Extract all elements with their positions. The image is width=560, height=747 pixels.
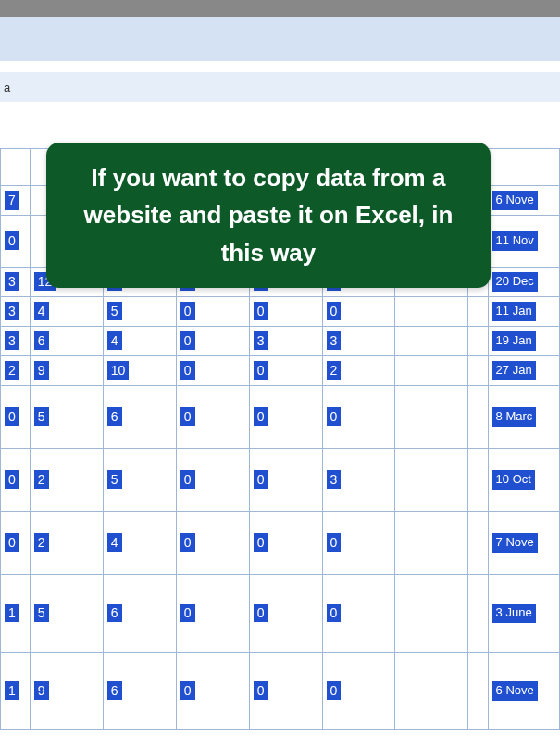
table-cell[interactable]	[395, 448, 468, 511]
table-cell[interactable]: 4	[103, 326, 176, 355]
cell-value: 1	[5, 681, 19, 700]
table-cell[interactable]	[467, 574, 488, 652]
table-cell[interactable]: 0	[249, 574, 322, 652]
table-cell[interactable]: 0	[1, 511, 31, 574]
table-cell[interactable]: 10	[103, 355, 176, 385]
table-cell[interactable]	[467, 511, 488, 574]
table-cell[interactable]: 0	[176, 511, 249, 574]
table-cell[interactable]: 3	[322, 448, 395, 511]
cell-value: 2	[327, 361, 342, 380]
table-cell[interactable]: 0	[176, 296, 249, 326]
table-cell[interactable]: 9	[30, 355, 103, 385]
table-cell[interactable]: 0	[322, 652, 395, 729]
table-cell[interactable]: 4	[30, 296, 103, 326]
date-cell[interactable]: 20 Dec	[488, 267, 559, 296]
table-cell[interactable]: 0	[176, 652, 249, 729]
cell-value: 4	[34, 302, 49, 320]
table-cell[interactable]: 3	[1, 326, 31, 355]
table-cell[interactable]	[395, 355, 468, 385]
table-cell[interactable]: 0	[176, 448, 249, 511]
cell-value: 0	[327, 407, 342, 426]
table-cell[interactable]: 0	[249, 652, 322, 729]
table-cell[interactable]	[467, 296, 488, 326]
table-cell[interactable]	[467, 326, 488, 355]
table-cell[interactable]: 9	[30, 652, 103, 729]
table-cell[interactable]	[467, 652, 488, 729]
table-cell[interactable]: 5	[30, 385, 103, 448]
table-cell[interactable]: 0	[249, 385, 322, 448]
table-cell[interactable]: 2	[30, 511, 103, 574]
date-cell[interactable]: 19 Jan	[488, 326, 559, 355]
date-cell[interactable]: 11 Jan	[488, 296, 559, 326]
date-cell[interactable]: 11 Nov	[488, 215, 559, 267]
table-cell[interactable]: 0	[249, 511, 322, 574]
table-cell[interactable]: 5	[103, 296, 176, 326]
table-cell[interactable]: 6	[30, 326, 103, 355]
table-cell[interactable]	[395, 652, 468, 729]
cell-value: 3	[5, 302, 19, 320]
cell-value: 0	[180, 533, 195, 552]
table-cell[interactable]: 6	[103, 574, 176, 652]
table-cell[interactable]	[467, 355, 488, 385]
cell-value: 0	[327, 533, 342, 552]
table-cell[interactable]: 4	[103, 511, 176, 574]
cell-value: 9	[34, 681, 49, 700]
table-cell[interactable]: 0	[176, 355, 249, 385]
table-cell[interactable]: 0	[322, 511, 395, 574]
cell-value: 3	[327, 331, 342, 350]
table-cell[interactable]: 3	[322, 326, 395, 355]
table-cell[interactable]: 0	[322, 385, 395, 448]
table-cell[interactable]: 0	[1, 385, 31, 448]
table-cell[interactable]: 6	[103, 652, 176, 729]
table-cell[interactable]	[395, 296, 468, 326]
cell-value: 0	[254, 361, 268, 380]
date-cell[interactable]: 6 Nove	[488, 186, 559, 216]
cell-value: 3	[254, 331, 268, 350]
window-top-bar	[0, 0, 560, 17]
cell-value: 0	[327, 604, 342, 622]
date-cell[interactable]: 6 Nove	[488, 652, 559, 729]
table-cell[interactable]: 0	[322, 296, 395, 326]
date-cell[interactable]: 7 Nove	[488, 511, 559, 574]
table-cell[interactable]: 6	[103, 385, 176, 448]
table-cell[interactable]: 2	[322, 355, 395, 385]
table-cell[interactable]: 0	[322, 574, 395, 652]
date-cell[interactable]: 27 Jan	[488, 355, 559, 385]
table-cell[interactable]: 0	[176, 385, 249, 448]
cell-value: 0	[254, 604, 268, 622]
table-cell[interactable]	[395, 326, 468, 355]
table-cell[interactable]	[395, 385, 468, 448]
table-cell[interactable]: 0	[176, 574, 249, 652]
table-cell[interactable]: 7	[1, 186, 31, 216]
table-cell[interactable]	[395, 511, 468, 574]
table-cell[interactable]: 5	[30, 574, 103, 652]
table-cell[interactable]: 2	[30, 448, 103, 511]
ribbon-area	[0, 17, 560, 61]
table-cell[interactable]: 2	[1, 355, 31, 385]
cell-value: 0	[180, 331, 195, 350]
cell-value: 7 Nove	[492, 533, 538, 553]
cell-value: 3 June	[492, 604, 536, 623]
table-cell[interactable]: 5	[103, 448, 176, 511]
table-cell[interactable]: 3	[1, 296, 31, 326]
table-cell[interactable]: 0	[249, 355, 322, 385]
table-cell[interactable]: 1	[1, 574, 31, 652]
table-cell[interactable]: 0	[1, 448, 31, 511]
table-cell[interactable]: 3	[1, 267, 31, 296]
table-cell[interactable]: 0	[176, 326, 249, 355]
spacer	[0, 102, 560, 148]
table-row: 02500310 Oct	[1, 448, 560, 511]
table-cell[interactable]: 0	[249, 296, 322, 326]
cell-value: 10	[107, 361, 130, 380]
table-cell[interactable]: 3	[249, 326, 322, 355]
date-cell[interactable]: 10 Oct	[488, 448, 559, 511]
table-cell[interactable]	[467, 385, 488, 448]
table-cell[interactable]: 0	[1, 215, 31, 267]
table-cell[interactable]: 0	[249, 448, 322, 511]
date-cell[interactable]: 3 June	[488, 574, 559, 652]
table-cell[interactable]: 1	[1, 652, 31, 729]
table-cell[interactable]	[467, 448, 488, 511]
date-cell[interactable]: 8 Marc	[488, 385, 559, 448]
cell-value: 0	[254, 681, 268, 700]
table-cell[interactable]	[395, 574, 468, 652]
